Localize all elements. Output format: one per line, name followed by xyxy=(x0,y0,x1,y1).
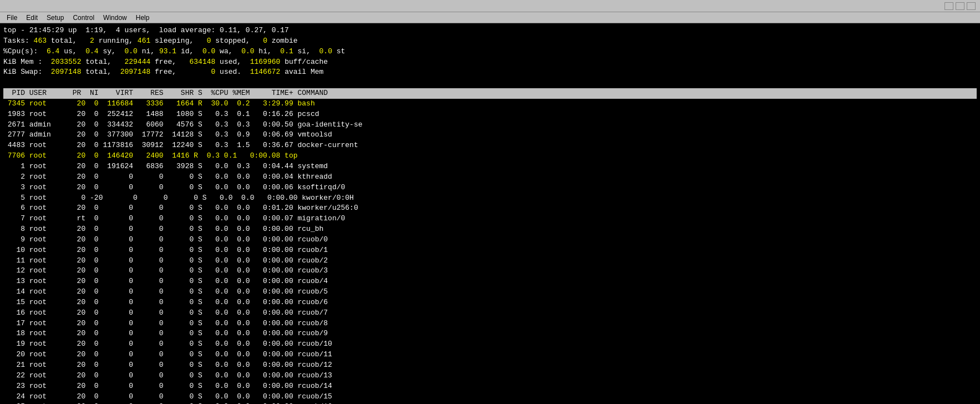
table-row: 7706 root 20 0 146420 2400 1416 R 0.3 0.… xyxy=(3,151,977,161)
table-row: 20 root 20 0 0 0 0 S 0.0 0.0 0:00.00 rcu… xyxy=(3,350,977,360)
close-button[interactable] xyxy=(967,2,976,10)
table-row: 3 root 20 0 0 0 0 S 0.0 0.0 0:00.06 ksof… xyxy=(3,183,977,193)
terminal: top - 21:45:29 up 1:19, 4 users, load av… xyxy=(0,23,980,404)
table-row: 12 root 20 0 0 0 0 S 0.0 0.0 0:00.00 rcu… xyxy=(3,266,977,276)
table-row: 1 root 20 0 191624 6836 3928 S 0.0 0.3 0… xyxy=(3,161,977,172)
menubar: File Edit Setup Control Window Help xyxy=(0,12,980,23)
table-row: 9 root 20 0 0 0 0 S 0.0 0.0 0:00.00 rcuo… xyxy=(3,235,977,245)
menu-help[interactable]: Help xyxy=(131,13,154,22)
table-row: 2777 admin 20 0 377300 17772 14128 S 0.3… xyxy=(3,130,977,140)
table-row: 25 root 20 0 0 0 0 S 0.0 0.0 0:00.00 rcu… xyxy=(3,402,977,404)
table-row: 15 root 20 0 0 0 0 S 0.0 0.0 0:00.00 rcu… xyxy=(3,297,977,308)
table-row: 13 root 20 0 0 0 0 S 0.0 0.0 0:00.00 rcu… xyxy=(3,276,977,287)
maximize-button[interactable] xyxy=(956,2,964,10)
table-row: 21 root 20 0 0 0 0 S 0.0 0.0 0:00.00 rcu… xyxy=(3,360,977,371)
table-row: 23 root 20 0 0 0 0 S 0.0 0.0 0:00.00 rcu… xyxy=(3,381,977,392)
table-row: 10 root 20 0 0 0 0 S 0.0 0.0 0:00.00 rcu… xyxy=(3,245,977,256)
table-row: 5 root 0 -20 0 0 0 S 0.0 0.0 0:00.00 kwo… xyxy=(3,193,977,204)
table-row: 11 root 20 0 0 0 0 S 0.0 0.0 0:00.00 rcu… xyxy=(3,256,977,266)
table-row: 18 root 20 0 0 0 0 S 0.0 0.0 0:00.00 rcu… xyxy=(3,329,977,339)
table-row: 8 root 20 0 0 0 0 S 0.0 0.0 0:00.00 rcu_… xyxy=(3,224,977,235)
titlebar xyxy=(0,0,980,12)
table-row: 4483 root 20 0 1173816 30912 12240 S 0.3… xyxy=(3,140,977,151)
table-row: 24 root 20 0 0 0 0 S 0.0 0.0 0:00.00 rcu… xyxy=(3,392,977,402)
table-row: 16 root 20 0 0 0 0 S 0.0 0.0 0:00.00 rcu… xyxy=(3,308,977,319)
table-row: 7345 root 20 0 116684 3336 1664 R 30.0 0… xyxy=(3,99,977,109)
table-row: 17 root 20 0 0 0 0 S 0.0 0.0 0:00.00 rcu… xyxy=(3,319,977,329)
process-table-header: PID USER PR NI VIRT RES SHR S %CPU %MEM … xyxy=(3,88,977,99)
table-row: 19 root 20 0 0 0 0 S 0.0 0.0 0:00.00 rcu… xyxy=(3,339,977,350)
table-row: 1983 root 20 0 252412 1488 1080 S 0.3 0.… xyxy=(3,109,977,120)
table-row: 6 root 20 0 0 0 0 S 0.0 0.0 0:01.20 kwor… xyxy=(3,203,977,214)
menu-file[interactable]: File xyxy=(2,13,22,22)
window-controls xyxy=(945,2,976,10)
minimize-button[interactable] xyxy=(945,2,953,10)
menu-control[interactable]: Control xyxy=(68,13,99,22)
table-row: 7 root rt 0 0 0 0 S 0.0 0.0 0:00.07 migr… xyxy=(3,214,977,224)
table-row: 2671 admin 20 0 334432 6060 4576 S 0.3 0… xyxy=(3,120,977,130)
table-row: 22 root 20 0 0 0 0 S 0.0 0.0 0:00.00 rcu… xyxy=(3,371,977,381)
table-row: 14 root 20 0 0 0 0 S 0.0 0.0 0:00.00 rcu… xyxy=(3,287,977,297)
table-row: 2 root 20 0 0 0 0 S 0.0 0.0 0:00.04 kthr… xyxy=(3,172,977,183)
menu-edit[interactable]: Edit xyxy=(22,13,42,22)
menu-window[interactable]: Window xyxy=(99,13,131,22)
menu-setup[interactable]: Setup xyxy=(42,13,68,22)
